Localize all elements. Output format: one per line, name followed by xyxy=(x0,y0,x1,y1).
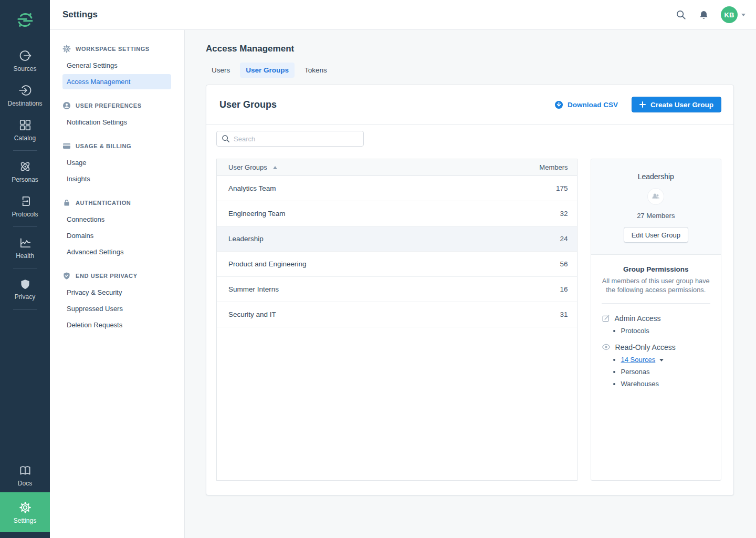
download-csv-label: Download CSV xyxy=(568,101,618,109)
sidebar-item-sources[interactable]: Sources xyxy=(0,43,50,78)
search-input[interactable] xyxy=(216,131,364,147)
column-header-members[interactable]: Members xyxy=(530,163,577,171)
create-user-group-button[interactable]: Create User Group xyxy=(632,97,721,112)
sidebar-item-label: Sources xyxy=(13,65,36,73)
sources-count-link[interactable]: 14 Sources xyxy=(621,356,656,364)
nav-item-notification-settings[interactable]: Notification Settings xyxy=(62,115,171,130)
nav-section-header: AUTHENTICATION xyxy=(50,194,184,211)
sidebar-divider xyxy=(13,309,37,310)
search-button[interactable] xyxy=(675,9,687,20)
chevron-down-icon[interactable] xyxy=(659,359,664,361)
sidebar-divider xyxy=(13,226,37,227)
table-row[interactable]: Security and IT 31 xyxy=(217,302,577,327)
sort-ascending-icon xyxy=(273,166,277,169)
table-row-selected[interactable]: Leadership 24 xyxy=(217,226,577,252)
nav-item-connections[interactable]: Connections xyxy=(62,212,171,227)
group-summary: Leadership xyxy=(591,159,721,255)
nav-section-authentication: AUTHENTICATION Connections Domains Advan… xyxy=(50,194,184,260)
member-count: 175 xyxy=(530,184,577,192)
group-name: Analytics Team xyxy=(217,184,530,192)
protocols-icon xyxy=(18,194,32,208)
sidebar-item-label: Docs xyxy=(18,480,32,487)
nav-section-title: USER PREFERENCES xyxy=(76,102,142,109)
nav-item-general-settings[interactable]: General Settings xyxy=(62,58,171,73)
sidebar-item-health[interactable]: Health xyxy=(0,230,50,265)
sources-icon xyxy=(18,49,32,63)
card-title: User Groups xyxy=(219,99,277,110)
nav-item-advanced-settings[interactable]: Advanced Settings xyxy=(62,244,171,260)
avatar[interactable]: KB xyxy=(721,6,738,23)
table-row[interactable]: Engineering Team 32 xyxy=(217,201,577,226)
tab-bar: Users User Groups Tokens xyxy=(206,63,756,78)
sidebar-item-label: Catalog xyxy=(14,134,36,142)
nav-item-insights[interactable]: Insights xyxy=(62,171,171,187)
permission-item: Warehouses xyxy=(621,380,710,388)
main-content: Access Management Users User Groups Toke… xyxy=(185,30,756,538)
nav-section-end-user-privacy: END USER PRIVACY Privacy & Security Supp… xyxy=(50,267,184,333)
search-box xyxy=(216,131,364,147)
nav-section-title: END USER PRIVACY xyxy=(76,273,138,279)
sidebar-item-personas[interactable]: Personas xyxy=(0,154,50,189)
bell-icon xyxy=(698,9,709,20)
docs-book-icon xyxy=(18,463,32,477)
download-csv-button[interactable]: Download CSV xyxy=(554,100,618,109)
tab-user-groups[interactable]: User Groups xyxy=(240,63,295,78)
sidebar-bottom: Docs Settings xyxy=(0,458,50,538)
nav-section-workspace-settings: WORKSPACE SETTINGS General Settings Acce… xyxy=(50,40,184,89)
group-permissions: Group Permissions All members of this us… xyxy=(591,255,721,388)
segment-logo[interactable] xyxy=(14,8,37,32)
sidebar-item-settings[interactable]: Settings xyxy=(0,492,50,532)
app-sidebar: Sources Destinations Catalog xyxy=(0,0,50,538)
permission-item: Personas xyxy=(621,368,710,376)
divider xyxy=(602,303,710,304)
account-menu[interactable]: KB xyxy=(721,6,746,23)
nav-item-deletion-requests[interactable]: Deletion Requests xyxy=(62,317,171,333)
nav-section-usage-billing: USAGE & BILLING Usage Insights xyxy=(50,138,184,187)
lock-icon xyxy=(62,199,71,207)
personas-atom-icon xyxy=(18,160,32,173)
member-count: 16 xyxy=(530,285,577,293)
sidebar-item-protocols[interactable]: Protocols xyxy=(0,189,50,223)
shield-check-icon xyxy=(62,272,71,280)
health-chart-icon xyxy=(18,236,32,250)
sidebar-divider xyxy=(13,268,37,268)
nav-section-header: USAGE & BILLING xyxy=(50,138,184,154)
sidebar-item-docs[interactable]: Docs xyxy=(0,458,50,492)
sidebar-item-destinations[interactable]: Destinations xyxy=(0,78,50,112)
table-row[interactable]: Summer Interns 16 xyxy=(217,277,577,302)
notifications-button[interactable] xyxy=(698,9,709,20)
sidebar-item-privacy[interactable]: Privacy xyxy=(0,272,50,306)
sidebar-item-label: Settings xyxy=(14,517,36,524)
tab-tokens[interactable]: Tokens xyxy=(299,63,333,78)
table-row[interactable]: Analytics Team 175 xyxy=(217,176,577,201)
edit-user-group-button[interactable]: Edit User Group xyxy=(624,227,688,243)
people-icon xyxy=(651,192,660,201)
table-row[interactable]: Product and Engineering 56 xyxy=(217,252,577,277)
settings-sidebar: WORKSPACE SETTINGS General Settings Acce… xyxy=(50,30,185,538)
permission-group-label: Read-Only Access xyxy=(602,343,710,351)
permissions-subtitle: All members of this user group have the … xyxy=(602,277,710,294)
top-bar: Settings KB xyxy=(50,0,756,30)
nav-section-title: WORKSPACE SETTINGS xyxy=(76,46,150,52)
column-header-user-groups[interactable]: User Groups xyxy=(217,163,530,171)
nav-item-usage[interactable]: Usage xyxy=(62,155,171,170)
group-avatar xyxy=(648,189,664,204)
member-count: 27 Members xyxy=(596,212,716,220)
group-detail-panel: Leadership xyxy=(591,159,721,481)
nav-item-domains[interactable]: Domains xyxy=(62,228,171,243)
group-name: Leadership xyxy=(596,172,716,181)
tab-users[interactable]: Users xyxy=(206,63,236,78)
sidebar-spacer xyxy=(0,532,50,538)
privacy-shield-icon xyxy=(19,278,32,291)
nav-item-access-management[interactable]: Access Management xyxy=(62,74,171,89)
plus-icon xyxy=(639,101,646,108)
nav-item-privacy-security[interactable]: Privacy & Security xyxy=(62,285,171,300)
nav-item-suppressed-users[interactable]: Suppressed Users xyxy=(62,301,171,316)
sidebar-item-label: Privacy xyxy=(15,293,35,301)
permission-group-title: Read-Only Access xyxy=(615,343,676,351)
settings-gear-icon xyxy=(18,501,32,514)
eye-icon xyxy=(602,343,611,351)
card-header: User Groups Download CSV xyxy=(206,85,733,125)
sidebar-item-catalog[interactable]: Catalog xyxy=(0,112,50,147)
sidebar-item-label: Destinations xyxy=(7,100,42,107)
